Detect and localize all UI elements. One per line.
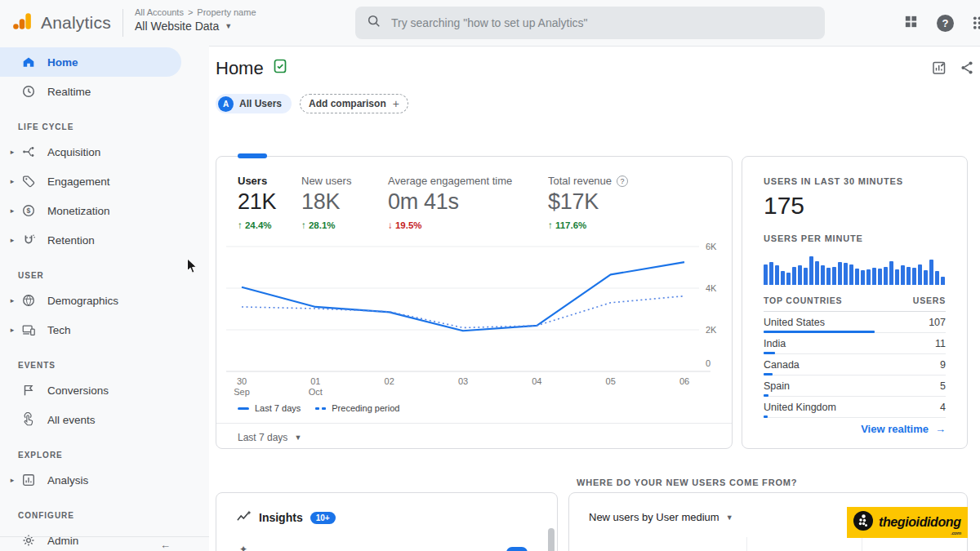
sidebar-item-engagement[interactable]: ▸Engagement (0, 167, 209, 196)
metric-delta: ↑ 117.6% (548, 220, 628, 230)
users-per-minute-label: USERS PER MINUTE (764, 233, 946, 243)
minute-bar (895, 269, 899, 285)
view-realtime-link[interactable]: View realtime → (861, 423, 946, 435)
chevron-down-icon: ▼ (726, 513, 733, 522)
sidebar-item-retention[interactable]: ▸Retention (0, 225, 209, 255)
sidebar-item-acquisition[interactable]: ▸Acquisition (0, 137, 209, 167)
comparison-chip-all-users[interactable]: A All Users (216, 94, 292, 113)
more-menu-icon[interactable] (972, 15, 980, 32)
minute-bar (809, 256, 813, 285)
legend-item-last-7-days: Last 7 days (238, 403, 301, 413)
overview-report-card: Users21K↑ 24.4%New users18K↑ 28.1%Averag… (216, 156, 733, 449)
sidebar-item-home[interactable]: Home (0, 47, 181, 77)
countries-table: United States107India11Canada9Spain5Unit… (764, 312, 946, 418)
minute-bar (872, 268, 876, 285)
scrollbar-thumb[interactable] (548, 528, 555, 551)
metric-label: Users (238, 175, 267, 187)
table-row: United States107 (764, 312, 946, 333)
minute-bar (901, 265, 905, 285)
minute-bar (878, 269, 882, 285)
customize-report-icon[interactable] (931, 60, 947, 79)
realtime-card: USERS IN LAST 30 MINUTES 175 USERS PER M… (742, 156, 968, 449)
expand-caret-icon: ▸ (7, 296, 18, 304)
country-users: 107 (929, 317, 946, 328)
minute-bar (804, 268, 808, 285)
analytics-app: Analytics All Accounts > Property name A… (0, 0, 980, 551)
help-icon[interactable]: ? (617, 176, 628, 187)
metric-value: 0m 41s (388, 189, 548, 215)
metric-delta: ↑ 24.4% (238, 220, 301, 230)
metric-average-engagement-time[interactable]: Average engagement time0m 41s↓ 19.5% (388, 175, 548, 230)
breadcrumb-property[interactable]: Property name (197, 7, 256, 17)
sidebar-item-label: Tech (47, 324, 71, 336)
header-divider (122, 9, 123, 37)
metric-users[interactable]: Users21K↑ 24.4% (238, 175, 301, 230)
sidebar-item-realtime[interactable]: Realtime (0, 77, 209, 106)
users-column-label: USERS (913, 295, 946, 305)
svg-text:30: 30 (237, 376, 247, 386)
metric-total-revenue[interactable]: Total revenue?$17K↑ 117.6% (548, 175, 628, 230)
sidebar-nav: HomeRealtimeLIFE CYCLE▸Acquisition▸Engag… (0, 46, 209, 551)
minute-bar (941, 277, 945, 285)
minute-bar (866, 269, 871, 285)
legend-item-preceding-period: Preceding period (315, 403, 399, 413)
metric-label-row: Users (238, 175, 301, 187)
minute-bar (764, 264, 768, 285)
solid-line-swatch (238, 407, 249, 410)
sidebar-item-tech[interactable]: ▸Tech (0, 315, 209, 344)
metrics-row: Users21K↑ 24.4%New users18K↑ 28.1%Averag… (216, 157, 732, 230)
minute-bar (906, 267, 911, 285)
table-row: Spain5 (764, 375, 946, 397)
minute-bar (792, 267, 796, 285)
breadcrumb[interactable]: All Accounts > Property name (135, 7, 256, 17)
minute-bar (929, 260, 933, 285)
svg-text:04: 04 (532, 376, 541, 386)
product-name: Analytics (41, 13, 111, 33)
sidebar-item-conversions[interactable]: Conversions (0, 375, 209, 405)
add-comparison-button[interactable]: Add comparison + (300, 94, 408, 113)
svg-text:$: $ (27, 207, 31, 215)
metric-label: Total revenue (548, 175, 612, 187)
search-input[interactable] (391, 16, 813, 29)
date-range-selector[interactable]: Last 7 days ▼ (238, 432, 301, 443)
page-title-text: Home (216, 58, 264, 79)
sidebar-item-monetization[interactable]: ▸$Monetization (0, 196, 209, 225)
insights-count-badge: 10+ (310, 512, 336, 524)
search-bar[interactable] (355, 7, 825, 39)
legend-label: Preceding period (332, 403, 399, 413)
sidebar-item-demographics[interactable]: ▸Demographics (0, 286, 209, 315)
expand-caret-icon: ▸ (7, 207, 18, 215)
chart-legend: Last 7 days Preceding period (238, 403, 399, 413)
series-dotted (242, 296, 684, 328)
search-icon (367, 14, 381, 32)
analytics-logo[interactable]: Analytics (11, 11, 111, 35)
help-icon[interactable]: ? (937, 15, 954, 32)
breadcrumb-separator: > (188, 7, 193, 17)
minute-bar (821, 265, 825, 285)
watermark-suffix: .com (951, 531, 960, 535)
svg-text:02: 02 (385, 376, 394, 386)
realtime-users-count: 175 (764, 192, 946, 220)
minute-bar (884, 267, 888, 285)
share-icon[interactable] (959, 60, 975, 79)
date-range-label: Last 7 days (238, 432, 287, 443)
metric-delta: ↓ 19.5% (388, 220, 548, 230)
metric-value: 18K (301, 189, 388, 215)
expand-caret-icon: ▸ (7, 476, 18, 484)
sidebar-item-analysis[interactable]: ▸Analysis (0, 465, 209, 495)
property-selector[interactable]: All Website Data ▼ (135, 20, 256, 33)
sidebar-item-all-events[interactable]: All events (0, 405, 209, 434)
home-icon (21, 55, 36, 69)
collapse-sidebar-icon[interactable]: ← (160, 539, 171, 551)
main-content: Home A All Users Add comparison + (209, 46, 980, 551)
country-bar (764, 415, 768, 418)
country-name: United States (764, 317, 825, 328)
sidebar-section-label: USER (0, 264, 209, 286)
apps-grid-icon[interactable] (903, 14, 919, 33)
metric-new-users[interactable]: New users18K↑ 28.1% (301, 175, 388, 230)
metric-label-row: Total revenue? (548, 175, 628, 187)
breadcrumb-accounts[interactable]: All Accounts (135, 7, 184, 17)
minute-bar (844, 263, 848, 285)
new-users-section-title: WHERE DO YOUR NEW USERS COME FROM? (577, 478, 797, 487)
metric-label-row: Average engagement time (388, 175, 548, 187)
